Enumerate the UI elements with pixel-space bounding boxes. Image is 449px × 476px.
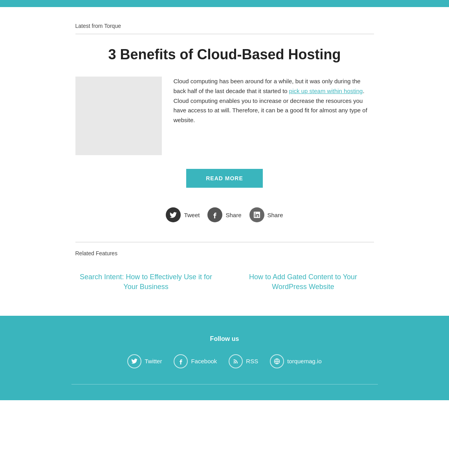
- related-articles: Search Intent: How to Effectively Use it…: [75, 272, 374, 292]
- facebook-share-label: Share: [225, 212, 241, 218]
- footer-site-label: torquemag.io: [287, 358, 322, 364]
- footer: Follow us Twitter Facebook: [0, 316, 449, 400]
- footer-twitter-icon: [127, 354, 141, 368]
- svg-point-0: [234, 362, 235, 363]
- follow-us-label: Follow us: [8, 335, 441, 342]
- related-article-1: Search Intent: How to Effectively Use it…: [75, 272, 217, 292]
- footer-rss-icon: [229, 354, 243, 368]
- related-label: Related Features: [75, 250, 374, 256]
- related-article-2: How to Add Gated Content to Your WordPre…: [233, 272, 374, 292]
- related-article-1-link[interactable]: Search Intent: How to Effectively Use it…: [80, 273, 212, 291]
- read-more-container: READ MORE: [75, 169, 374, 188]
- article-link[interactable]: pick up steam within hosting: [289, 88, 363, 94]
- footer-facebook-icon: [174, 354, 188, 368]
- linkedin-share-button[interactable]: Share: [249, 207, 283, 222]
- read-more-button[interactable]: READ MORE: [186, 169, 263, 188]
- related-divider: [75, 242, 374, 242]
- facebook-share-icon: [207, 207, 222, 222]
- footer-twitter-button[interactable]: Twitter: [127, 354, 162, 368]
- article-content: Cloud computing has been around for a wh…: [75, 77, 374, 155]
- article-title: 3 Benefits of Cloud-Based Hosting: [75, 46, 374, 63]
- title-divider: [75, 34, 374, 34]
- article-body: Cloud computing has been around for a wh…: [174, 77, 374, 155]
- facebook-share-button[interactable]: Share: [207, 207, 241, 222]
- footer-rss-button[interactable]: RSS: [229, 354, 258, 368]
- tweet-button[interactable]: Tweet: [166, 207, 200, 222]
- footer-facebook-button[interactable]: Facebook: [174, 354, 217, 368]
- footer-site-icon: [270, 354, 284, 368]
- latest-label: Latest from Torque: [75, 7, 374, 34]
- linkedin-share-label: Share: [268, 212, 283, 218]
- footer-rss-label: RSS: [246, 358, 258, 364]
- social-share-bar: Tweet Share Share: [75, 207, 374, 222]
- top-bar: [0, 0, 449, 7]
- linkedin-share-icon: [249, 207, 264, 222]
- article-image: [75, 77, 162, 155]
- footer-divider: [71, 384, 378, 384]
- twitter-share-icon: [166, 207, 181, 222]
- footer-twitter-label: Twitter: [145, 358, 162, 364]
- footer-facebook-label: Facebook: [191, 358, 217, 364]
- footer-site-button[interactable]: torquemag.io: [270, 354, 322, 368]
- footer-social-bar: Twitter Facebook RSS: [8, 354, 441, 368]
- related-article-2-link[interactable]: How to Add Gated Content to Your WordPre…: [249, 273, 357, 291]
- tweet-label: Tweet: [184, 212, 200, 218]
